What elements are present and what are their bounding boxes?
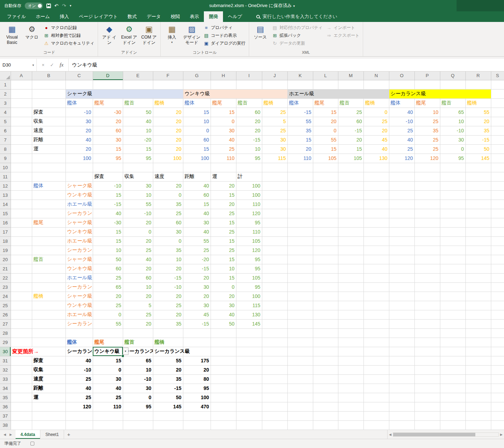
cell-D1[interactable]	[93, 80, 123, 89]
cell-P3[interactable]: 艦尾	[414, 98, 440, 108]
record-macro-button[interactable]: ●マクロの記録	[42, 24, 96, 31]
cell-A32[interactable]	[11, 365, 32, 374]
cell-S13[interactable]	[491, 190, 504, 200]
sheet-tab-4.4data[interactable]: 4.4data	[16, 430, 40, 439]
cell-P20[interactable]	[414, 255, 440, 264]
cell-G19[interactable]: 25	[183, 246, 211, 255]
cell-R19[interactable]	[465, 246, 491, 255]
cell-N16[interactable]	[363, 218, 389, 227]
cell-N11[interactable]	[363, 172, 389, 181]
row-header-36[interactable]: 36	[0, 402, 11, 411]
cell-E24[interactable]: 20	[123, 292, 153, 301]
cell-R28[interactable]	[465, 328, 491, 338]
cell-G1[interactable]	[183, 80, 211, 89]
cell-G37[interactable]	[183, 411, 211, 420]
cell-G11[interactable]: 距離	[183, 172, 211, 181]
cell-B32[interactable]: 収集	[32, 365, 65, 374]
cell-O37[interactable]	[389, 411, 414, 420]
cell-C22[interactable]: ホエール級	[65, 273, 93, 282]
cell-G27[interactable]: -15	[183, 319, 211, 328]
cell-L22[interactable]	[313, 273, 338, 282]
cell-R37[interactable]	[465, 411, 491, 420]
cell-D9[interactable]: 95	[93, 154, 123, 163]
cell-R10[interactable]	[465, 163, 491, 172]
cell-F11[interactable]: 速度	[153, 172, 183, 181]
cell-P10[interactable]	[414, 163, 440, 172]
cell-E9[interactable]: 95	[123, 154, 153, 163]
insert-control-button[interactable]: ▦挿入▾	[162, 23, 182, 47]
cell-R7[interactable]: -15	[465, 135, 491, 144]
cell-L34[interactable]	[313, 384, 338, 393]
cell-O12[interactable]	[389, 181, 414, 190]
cell-Q25[interactable]	[440, 301, 465, 310]
column-header-D[interactable]: D	[93, 71, 123, 80]
cell-G3[interactable]: 艦体	[183, 98, 211, 108]
cell-O3[interactable]: 艦体	[389, 98, 414, 108]
row-header-21[interactable]: 21	[0, 264, 11, 273]
cell-H35[interactable]	[211, 393, 236, 402]
cell-R12[interactable]	[465, 181, 491, 190]
cell-D10[interactable]	[93, 163, 123, 172]
cell-L16[interactable]	[313, 218, 338, 227]
cell-S33[interactable]	[491, 374, 504, 384]
cell-B23[interactable]	[32, 282, 65, 292]
cell-B26[interactable]	[32, 310, 65, 319]
cell-R24[interactable]	[465, 292, 491, 301]
cell-M27[interactable]	[338, 319, 363, 328]
cell-A20[interactable]	[11, 255, 32, 264]
cell-O8[interactable]: 25	[389, 144, 414, 154]
cell-A30[interactable]: 変更箇所→	[11, 347, 65, 356]
cell-M33[interactable]	[338, 374, 363, 384]
cell-O22[interactable]	[389, 273, 414, 282]
ribbon-tab-ヘルプ[interactable]: ヘルプ	[223, 11, 247, 22]
cell-P19[interactable]	[414, 246, 440, 255]
excel-add-ins-button[interactable]: ⚙Excel アドイン	[120, 23, 139, 47]
cell-B13[interactable]	[32, 190, 65, 200]
cell-G29[interactable]	[183, 338, 211, 347]
column-header-J[interactable]: J	[262, 71, 287, 80]
cell-H34[interactable]	[211, 384, 236, 393]
cell-M32[interactable]	[338, 365, 363, 374]
cell-E28[interactable]	[123, 328, 153, 338]
cell-O35[interactable]	[389, 393, 414, 402]
cell-D23[interactable]: 65	[93, 282, 123, 292]
cell-C10[interactable]	[65, 163, 93, 172]
cell-B19[interactable]	[32, 246, 65, 255]
cell-C26[interactable]: ホエール級	[65, 310, 93, 319]
cell-G36[interactable]: 470	[183, 402, 211, 411]
cell-J30[interactable]	[262, 347, 287, 356]
cell-B8[interactable]: 運	[32, 144, 65, 154]
row-header-34[interactable]: 34	[0, 384, 11, 393]
cell-E18[interactable]: 20	[123, 236, 153, 246]
cell-A3[interactable]	[11, 98, 32, 108]
cell-A31[interactable]	[11, 356, 32, 365]
cell-N25[interactable]	[363, 301, 389, 310]
cell-Q24[interactable]	[440, 292, 465, 301]
cell-M37[interactable]	[338, 411, 363, 420]
cell-J32[interactable]	[262, 365, 287, 374]
cell-G20[interactable]: -20	[183, 255, 211, 264]
cell-R36[interactable]	[465, 402, 491, 411]
cell-O1[interactable]	[389, 80, 414, 89]
cell-E21[interactable]: 20	[123, 264, 153, 273]
cell-H26[interactable]: 40	[211, 310, 236, 319]
cell-S5[interactable]	[491, 117, 504, 126]
cell-K31[interactable]	[287, 356, 313, 365]
cell-I34[interactable]	[236, 384, 262, 393]
cell-D5[interactable]: 20	[93, 117, 123, 126]
cell-H31[interactable]	[211, 356, 236, 365]
cell-M8[interactable]: 15	[338, 144, 363, 154]
cell-G22[interactable]: 20	[183, 273, 211, 282]
cell-E37[interactable]	[123, 411, 153, 420]
row-header-1[interactable]: 1	[0, 80, 11, 89]
cell-F17[interactable]: 30	[153, 227, 183, 236]
cell-J31[interactable]	[262, 356, 287, 365]
cell-S32[interactable]	[491, 365, 504, 374]
row-header-2[interactable]: 2	[0, 89, 11, 98]
cell-Q5[interactable]: 10	[440, 117, 465, 126]
cell-E32[interactable]: 10	[123, 365, 153, 374]
cell-Q7[interactable]: 30	[440, 135, 465, 144]
cell-H5[interactable]: 0	[211, 117, 236, 126]
cell-R8[interactable]: 50	[465, 144, 491, 154]
cell-F15[interactable]: 25	[153, 209, 183, 218]
